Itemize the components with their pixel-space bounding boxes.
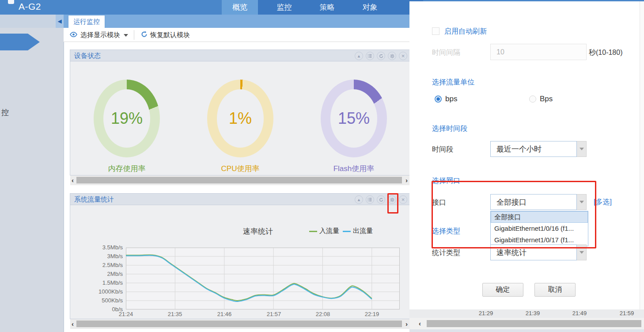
page-background [409,329,644,332]
port-section-title: 选择网口 [432,176,460,186]
x-tick: 22:19 [359,311,385,317]
sidebar-partial-text: 控 [1,107,9,118]
tab-running-monitor[interactable]: 运行监控 [68,15,105,28]
flash-usage-gauge: 15% [321,80,387,157]
legend-out-label[interactable]: 出流量 [353,227,373,235]
screen: A-G2 概览 监控 策略 对象 网 ◀ 运行监控 控 选择显示模块 恢复默认模… [0,0,644,332]
stat-type-value: 速率统计 [496,248,527,258]
interface-option-ge16[interactable]: GigabitEthernet1/0/16 (f1... [491,223,588,234]
x-tick: 22:08 [310,311,336,317]
period-section-title: 选择时间段 [432,124,467,134]
x-tick: 21:35 [162,311,188,317]
memory-usage-gauge: 19% [94,80,160,157]
close-icon[interactable]: × [399,195,407,204]
nav-tab-policy[interactable]: 策略 [306,0,349,15]
collapse-icon[interactable]: ▲ [355,52,363,60]
y-tick: 500Kb/s [80,297,123,304]
traffic-panel-scroll-thumb[interactable] [76,321,402,327]
interface-option-all[interactable]: 全部接口 [491,211,588,223]
legend-in-swatch [309,231,317,232]
y-tick: 3.5Mb/s [80,244,123,251]
left-sidebar [0,28,64,332]
sidebar-collapse-button[interactable]: ◀ [56,15,64,28]
y-tick: 1000Kb/s [80,288,123,295]
eye-icon [69,31,78,39]
stat-type-select[interactable]: 速率统计 [490,244,577,260]
unit-bps-label[interactable]: bps [445,95,457,103]
unit-section-title: 选择流量单位 [432,78,474,87]
select-display-module-button[interactable]: 选择显示模块 [80,31,128,39]
interval-value: 10 [496,48,504,56]
interface-select-arrow[interactable] [577,194,587,210]
list-icon[interactable] [366,195,374,204]
legend-in-label[interactable]: 入流量 [319,227,339,235]
unit-Bps-radio[interactable] [529,95,536,103]
traffic-line-chart [126,248,400,309]
restore-default-module-button[interactable]: 恢复默认模块 [150,31,190,39]
restore-refresh-icon [140,31,148,40]
scroll-left-icon[interactable]: ‹ [419,320,421,327]
cpu-usage-gauge: 1% [207,80,273,157]
x-tick: 21:57 [261,311,287,317]
device-panel-header: 设备状态 ▲ × [70,50,411,61]
toolbar-divider [134,30,134,40]
y-tick: 1.5Mb/s [80,279,123,286]
refresh-icon[interactable] [377,195,385,204]
multi-select-link[interactable]: [多选] [594,198,612,207]
scroll-left-icon[interactable]: ‹ [72,320,74,328]
traffic-panel-header: 系统流量统计 ▲ × [70,193,411,205]
memory-usage-label: 内存使用率 [91,164,162,174]
close-icon[interactable]: × [399,52,407,60]
traffic-panel-title: 系统流量统计 [74,195,114,204]
flash-usage-value: 15% [338,109,370,128]
select-display-module-label: 选择显示模块 [80,31,120,38]
interface-label: 接口 [432,198,446,207]
period-select-arrow[interactable] [577,141,587,157]
y-tick: 2Mb/s [80,271,123,277]
nav-tab-object[interactable]: 对象 [349,0,391,15]
period-select[interactable]: 最近一个小时 [490,141,577,157]
scroll-right-icon[interactable]: › [405,176,408,184]
unit-bps-radio[interactable] [435,95,442,103]
scroll-left-icon[interactable]: ‹ [72,176,74,184]
period-label: 时间段 [432,145,453,154]
interface-value: 全部接口 [496,197,527,207]
x-tick: 21:24 [113,311,139,317]
auto-refresh-checkbox[interactable] [432,27,439,35]
sidebar-header [0,15,56,28]
chevron-down-icon [124,34,128,37]
settings-gear-icon[interactable] [388,195,396,204]
scroll-right-icon[interactable]: › [405,320,408,328]
interface-dropdown-list: 全部接口 GigabitEthernet1/0/16 (f1... Gigabi… [490,211,588,246]
nav-tab-monitor[interactable]: 监控 [263,0,306,15]
cpu-usage-value: 1% [229,109,252,128]
stat-type-label: 统计类型 [432,248,460,258]
device-panel-title: 设备状态 [74,52,101,60]
memory-usage-value: 19% [111,109,143,128]
stat-type-select-arrow[interactable] [577,244,587,260]
interval-suffix: 秒(10-180) [589,48,622,57]
settings-gear-icon[interactable] [388,52,396,60]
nav-tab-overview[interactable]: 概览 [222,0,258,15]
ok-button[interactable]: 确定 [482,283,523,297]
device-panel-scroll-thumb[interactable] [76,177,402,183]
interval-input[interactable]: 10 [490,44,587,60]
flash-usage-label: Flash使用率 [318,164,389,174]
bg-x-tick: 21:29 [473,310,499,317]
cpu-usage-label: CPU使用率 [205,164,276,174]
unit-Bps-label[interactable]: Bps [540,95,553,103]
chart-title: 速率统计 [243,226,273,237]
dialog-scrollbar-track[interactable] [640,1,644,309]
background-scroll-thumb[interactable] [427,320,641,327]
collapse-icon[interactable]: ▲ [355,195,363,204]
interface-select[interactable]: 全部接口 [490,194,577,210]
bg-x-tick: 21:39 [519,310,546,317]
y-tick: 2.5Mb/s [80,262,123,268]
app-title: A-G2 [19,1,41,12]
bg-x-tick: 21:59 [614,310,640,317]
y-tick: 3Mb/s [80,253,123,259]
cancel-button[interactable]: 取消 [534,283,576,297]
list-icon[interactable] [366,52,374,60]
auto-refresh-label: 启用自动刷新 [444,27,487,36]
refresh-icon[interactable] [377,52,385,60]
